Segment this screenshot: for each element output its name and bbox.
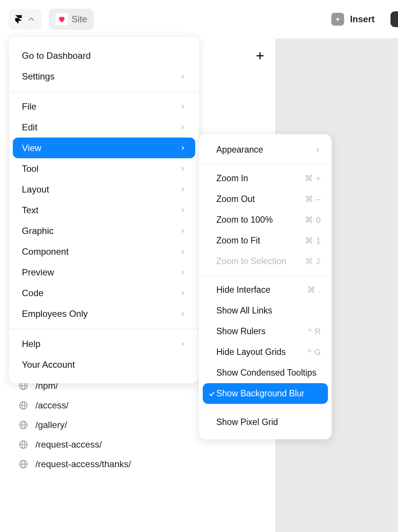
menu-group-help: Help Your Account: [9, 332, 199, 376]
menu-item-label: Your Account: [22, 359, 75, 370]
page-path: /access/: [35, 400, 69, 411]
menu-item-help[interactable]: Help: [9, 333, 199, 354]
page-item[interactable]: /request-access/thanks/: [19, 459, 131, 469]
globe-icon: [19, 401, 28, 410]
chevron-right-icon: [179, 310, 186, 317]
menu-item-view[interactable]: View: [13, 138, 195, 158]
submenu-item-label: Zoom to Selection: [216, 256, 286, 266]
menu-item-go-to-dashboard[interactable]: Go to Dashboard: [9, 45, 199, 66]
chevron-right-icon: [179, 124, 186, 131]
chevron-right-icon: [179, 145, 186, 151]
chevron-right-icon: [179, 186, 186, 193]
submenu-item-zoom-selection: Zoom to Selection ⌘ 2: [199, 251, 332, 272]
submenu-item-zoom-fit[interactable]: Zoom to Fit ⌘ 1: [199, 230, 332, 251]
submenu-item-appearance[interactable]: Appearance: [199, 139, 332, 160]
app-menu-button[interactable]: [8, 9, 41, 30]
submenu-item-show-all-links[interactable]: Show All Links: [199, 300, 332, 321]
site-tab-button[interactable]: Site: [49, 9, 94, 30]
submenu-item-zoom-in[interactable]: Zoom In ⌘ +: [199, 168, 332, 189]
menu-item-tool[interactable]: Tool: [9, 158, 199, 179]
menu-item-layout[interactable]: Layout: [9, 179, 199, 200]
toolbar-chip[interactable]: [390, 11, 398, 27]
menu-item-label: Go to Dashboard: [22, 50, 91, 61]
submenu-item-zoom-100[interactable]: Zoom to 100% ⌘ 0: [199, 209, 332, 230]
menu-item-edit[interactable]: Edit: [9, 117, 199, 138]
shortcut: ⌘ 1: [305, 236, 321, 246]
shortcut: ⌘ 0: [305, 215, 321, 225]
shortcut: ⌘ –: [305, 194, 321, 204]
menu-item-preview[interactable]: Preview: [9, 262, 199, 283]
menu-item-label: Text: [22, 205, 38, 216]
menu-item-text[interactable]: Text: [9, 200, 199, 220]
chevron-right-icon: [179, 341, 186, 347]
menu-item-file[interactable]: File: [9, 96, 199, 117]
submenu-item-label: Zoom In: [216, 173, 248, 183]
menu-item-label: Help: [22, 339, 40, 349]
view-submenu: Appearance Zoom In ⌘ + Zoom Out ⌘ – Zoom…: [199, 134, 332, 439]
chevron-right-icon: [179, 73, 186, 80]
shortcut: ^ G: [307, 347, 321, 357]
globe-icon: [19, 440, 28, 449]
page-item[interactable]: /gallery/: [19, 420, 131, 430]
insert-button[interactable]: Insert: [331, 13, 375, 26]
menu-item-employees-only[interactable]: Employees Only: [9, 303, 199, 324]
chevron-right-icon: [179, 248, 186, 255]
chevron-right-icon: [179, 228, 186, 234]
menu-group-main: File Edit View Tool Layout Text Graphic: [9, 95, 199, 326]
globe-icon: [19, 460, 28, 469]
add-page-button[interactable]: [255, 50, 265, 61]
submenu-item-hide-interface[interactable]: Hide Interface ⌘ .: [199, 280, 332, 300]
submenu-item-label: Hide Interface: [216, 285, 270, 295]
page-item[interactable]: /access/: [19, 400, 131, 411]
menu-separator: [199, 275, 332, 276]
submenu-item-label: Hide Layout Grids: [216, 347, 286, 357]
framer-logo-icon: [14, 14, 23, 24]
menu-item-label: Code: [22, 288, 43, 298]
menu-separator: [9, 329, 199, 329]
submenu-item-show-condensed-tooltips[interactable]: Show Condensed Tooltips: [199, 362, 332, 383]
submenu-item-label: Appearance: [216, 145, 263, 155]
right-toolbar: Insert: [331, 0, 398, 38]
menu-group-dashboard: Go to Dashboard Settings: [9, 44, 199, 88]
page-path: /request-access/: [35, 439, 102, 450]
chevron-right-icon: [179, 269, 186, 276]
menu-item-label: Tool: [22, 164, 38, 174]
menu-item-code[interactable]: Code: [9, 283, 199, 303]
shortcut: ⌘ .: [307, 285, 321, 295]
plus-icon: [331, 13, 344, 26]
menu-separator: [199, 408, 332, 408]
check-icon: [208, 390, 216, 397]
insert-label: Insert: [350, 14, 375, 24]
menu-item-component[interactable]: Component: [9, 241, 199, 262]
chevron-right-icon: [179, 207, 186, 214]
submenu-item-hide-layout-grids[interactable]: Hide Layout Grids ^ G: [199, 342, 332, 362]
menu-item-graphic[interactable]: Graphic: [9, 220, 199, 241]
heart-icon: [56, 13, 68, 25]
chevron-right-icon: [179, 290, 186, 297]
submenu-item-label: Show Rulers: [216, 326, 265, 336]
submenu-item-label: Show Background Blur: [216, 388, 305, 399]
page-path: /request-access/thanks/: [35, 459, 131, 469]
menu-item-settings[interactable]: Settings: [9, 66, 199, 87]
submenu-item-label: Show All Links: [216, 306, 272, 316]
submenu-item-show-pixel-grid[interactable]: Show Pixel Grid: [199, 412, 332, 433]
submenu-item-label: Show Condensed Tooltips: [216, 368, 317, 378]
submenu-item-show-rulers[interactable]: Show Rulers ^ R: [199, 321, 332, 342]
chevron-right-icon: [179, 165, 186, 172]
menu-item-label: View: [22, 143, 41, 153]
menu-separator: [199, 164, 332, 164]
menu-item-label: Edit: [22, 122, 37, 133]
globe-icon: [19, 420, 28, 430]
menu-item-label: Graphic: [22, 226, 54, 236]
submenu-item-show-background-blur[interactable]: Show Background Blur: [203, 383, 328, 404]
submenu-item-label: Zoom Out: [216, 194, 255, 204]
submenu-item-label: Zoom to 100%: [216, 215, 273, 225]
submenu-item-zoom-out[interactable]: Zoom Out ⌘ –: [199, 189, 332, 209]
pages-list: /npm/ /access/ /gallery/ /request-access…: [19, 381, 131, 469]
menu-item-your-account[interactable]: Your Account: [9, 354, 199, 375]
menu-item-label: Settings: [22, 71, 55, 82]
chevron-up-icon: [26, 14, 36, 24]
menu-item-label: Component: [22, 246, 69, 257]
site-tab-label: Site: [72, 14, 87, 24]
page-item[interactable]: /request-access/: [19, 439, 131, 450]
